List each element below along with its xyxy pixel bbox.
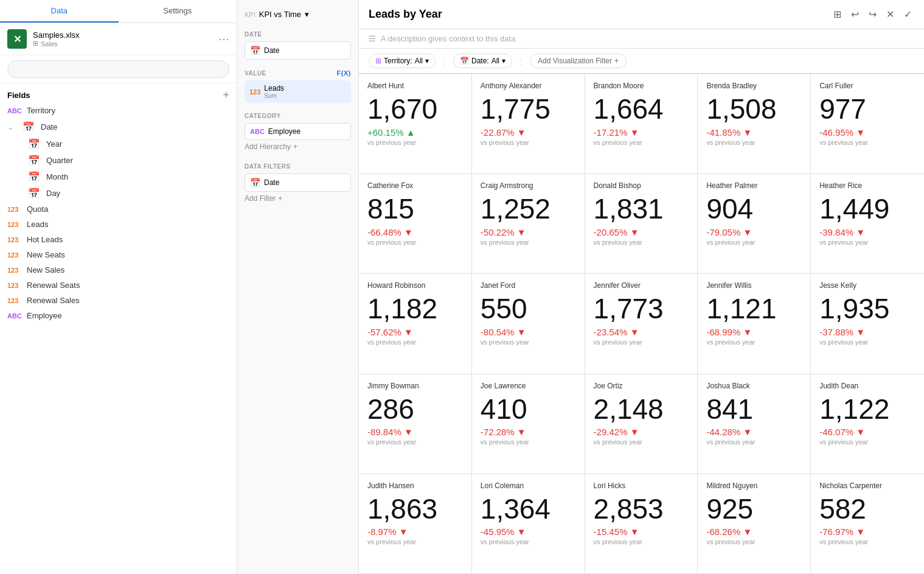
kpi-cell[interactable]: Janet Ford 550 -80.54% ▼ vs previous yea…: [472, 274, 585, 374]
field-item-leads[interactable]: 123 Leads: [7, 217, 229, 232]
search-box: [0, 55, 237, 83]
kpi-cell-value: 1,121: [706, 293, 802, 324]
fx-button[interactable]: F(x): [337, 69, 351, 77]
value-field-chip[interactable]: 123 Leads Sum: [245, 80, 351, 103]
kpi-cell-value: 410: [481, 394, 576, 425]
file-header: ✕ Samples.xlsx ⊞ Sales ⋯: [0, 23, 237, 55]
kpi-cell[interactable]: Craig Armstrong 1,252 -50.22% ▼ vs previ…: [472, 174, 585, 274]
kpi-cell-name: Jennifer Oliver: [594, 281, 689, 290]
kpi-cell[interactable]: Lori Coleman 1,364 -45.95% ▼ vs previous…: [472, 474, 585, 574]
field-item-employee[interactable]: ABC Employee: [7, 308, 229, 323]
kpi-cell-value: 925: [706, 494, 802, 525]
tab-data[interactable]: Data: [0, 0, 119, 23]
kpi-cell[interactable]: Nicholas Carpenter 582 -76.97% ▼ vs prev…: [811, 474, 924, 574]
kpi-cell-vs: vs previous year: [367, 338, 463, 346]
date-section: DATE 📅 Date: [245, 29, 351, 60]
filter-calendar-icon: 📅: [250, 178, 260, 187]
kpi-cell[interactable]: Brenda Bradley 1,508 -41.85% ▼ vs previo…: [698, 74, 811, 174]
territory-filter-pill[interactable]: ⊞ Territory: All ▾: [369, 54, 436, 68]
add-filter-button[interactable]: Add Filter +: [245, 192, 351, 205]
kpi-cell-vs: vs previous year: [706, 338, 802, 346]
add-field-button[interactable]: +: [223, 89, 229, 100]
kpi-cell-change: -79.05% ▼: [706, 227, 802, 237]
kpi-cell-change: +60.15% ▲: [367, 127, 463, 138]
grid-icon[interactable]: ⊞: [831, 6, 844, 23]
kpi-cell[interactable]: Mildred Nguyen 925 -68.26% ▼ vs previous…: [698, 474, 811, 574]
kpi-cell[interactable]: Anthony Alexander 1,775 -22.87% ▼ vs pre…: [472, 74, 585, 174]
kpi-cell[interactable]: Jennifer Oliver 1,773 -23.54% ▼ vs previ…: [585, 274, 698, 374]
field-item-date[interactable]: ⌄ 📅 Date: [7, 118, 229, 136]
field-item-territory[interactable]: ABC Territory: [7, 103, 229, 118]
kpi-cell-vs: vs previous year: [481, 338, 576, 346]
file-menu-button[interactable]: ⋯: [218, 32, 229, 46]
kpi-cell-vs: vs previous year: [706, 139, 802, 146]
kpi-cell-change: -72.28% ▼: [481, 427, 576, 437]
kpi-cell-vs: vs previous year: [819, 438, 915, 446]
undo-icon[interactable]: ↩: [849, 6, 861, 23]
search-input[interactable]: [7, 60, 229, 78]
check-icon[interactable]: ✓: [901, 6, 914, 23]
kpi-cell-name: Howard Robinson: [367, 281, 463, 290]
field-item-renewal-sales[interactable]: 123 Renewal Sales: [7, 293, 229, 308]
kpi-cell[interactable]: Joshua Black 841 -44.28% ▼ vs previous y…: [698, 374, 811, 474]
settings-panel: KPI KPI vs Time ▾ DATE 📅 Date VALUE F(x)…: [237, 0, 359, 574]
territory-filter-icon: ⊞: [375, 57, 381, 65]
kpi-cell[interactable]: Judith Hansen 1,863 -8.97% ▼ vs previous…: [359, 474, 472, 574]
kpi-cell-change: -8.97% ▼: [367, 527, 463, 537]
kpi-cell[interactable]: Jimmy Bowman 286 -89.84% ▼ vs previous y…: [359, 374, 472, 474]
kpi-cell-value: 1,935: [819, 293, 915, 324]
kpi-cell[interactable]: Carl Fuller 977 -46.95% ▼ vs previous ye…: [811, 74, 924, 174]
kpi-cell[interactable]: Brandon Moore 1,664 -17.21% ▼ vs previou…: [585, 74, 698, 174]
add-hierarchy-button[interactable]: Add Hierarchy +: [245, 140, 351, 153]
kpi-cell[interactable]: Jennifer Willis 1,121 -68.99% ▼ vs previ…: [698, 274, 811, 374]
kpi-cell[interactable]: Heather Rice 1,449 -39.84% ▼ vs previous…: [811, 174, 924, 274]
field-item-quota[interactable]: 123 Quota: [7, 201, 229, 217]
kpi-cell[interactable]: Lori Hicks 2,853 -15.45% ▼ vs previous y…: [585, 474, 698, 574]
kpi-cell-change: -46.07% ▼: [819, 427, 915, 437]
kpi-cell-vs: vs previous year: [481, 239, 576, 246]
kpi-cell-name: Lori Coleman: [481, 481, 576, 490]
kpi-cell-vs: vs previous year: [594, 239, 689, 246]
kpi-cell[interactable]: Howard Robinson 1,182 -57.62% ▼ vs previ…: [359, 274, 472, 374]
date-field-chip[interactable]: 📅 Date: [245, 41, 351, 60]
kpi-cell[interactable]: Donald Bishop 1,831 -20.65% ▼ vs previou…: [585, 174, 698, 274]
field-item-day[interactable]: 📅 Day: [7, 185, 229, 201]
field-item-new-seats[interactable]: 123 New Seats: [7, 247, 229, 262]
date-filter-pill[interactable]: 📅 Date: All ▾: [453, 54, 512, 68]
kpi-cell-vs: vs previous year: [819, 338, 915, 346]
field-item-new-sales[interactable]: 123 New Sales: [7, 262, 229, 278]
kpi-cell-vs: vs previous year: [706, 438, 802, 446]
kpi-cell[interactable]: Joe Ortiz 2,148 -29.42% ▼ vs previous ye…: [585, 374, 698, 474]
redo-icon[interactable]: ↪: [866, 6, 879, 23]
kpi-cell[interactable]: Jesse Kelly 1,935 -37.88% ▼ vs previous …: [811, 274, 924, 374]
description-bar: ☰ A description gives context to this da…: [359, 29, 924, 49]
kpi-cell-vs: vs previous year: [367, 239, 463, 246]
kpi-cell[interactable]: Catherine Fox 815 -66.48% ▼ vs previous …: [359, 174, 472, 274]
field-item-month[interactable]: 📅 Month: [7, 169, 229, 185]
tab-settings[interactable]: Settings: [119, 0, 237, 23]
kpi-selector[interactable]: KPI KPI vs Time ▾: [245, 7, 351, 21]
close-icon[interactable]: ✕: [884, 6, 897, 23]
kpi-cell[interactable]: Albert Hunt 1,670 +60.15% ▲ vs previous …: [359, 74, 472, 174]
kpi-cell-vs: vs previous year: [819, 538, 915, 545]
file-icon: ✕: [7, 29, 27, 49]
kpi-cell-name: Anthony Alexander: [481, 82, 576, 90]
kpi-cell-name: Lori Hicks: [594, 481, 689, 490]
field-item-hot-leads[interactable]: 123 Hot Leads: [7, 232, 229, 247]
field-item-year[interactable]: 📅 Year: [7, 136, 229, 152]
kpi-cell-name: Jesse Kelly: [819, 281, 915, 290]
kpi-cell-value: 1,775: [481, 94, 576, 125]
kpi-cell[interactable]: Joe Lawrence 410 -72.28% ▼ vs previous y…: [472, 374, 585, 474]
kpi-cell[interactable]: Judith Dean 1,122 -46.07% ▼ vs previous …: [811, 374, 924, 474]
category-field-chip[interactable]: ABC Employee: [245, 123, 351, 140]
kpi-cell-change: -15.45% ▼: [594, 527, 689, 537]
kpi-cell-vs: vs previous year: [819, 239, 915, 246]
field-item-quarter[interactable]: 📅 Quarter: [7, 152, 229, 169]
kpi-cell-vs: vs previous year: [594, 538, 689, 545]
field-item-renewal-seats[interactable]: 123 Renewal Seats: [7, 278, 229, 293]
filter-date-chip[interactable]: 📅 Date: [245, 173, 351, 192]
kpi-cell-value: 977: [819, 94, 915, 125]
add-viz-filter-button[interactable]: Add Visualization Filter +: [530, 54, 627, 68]
description-text[interactable]: A description gives context to this data: [381, 34, 515, 43]
kpi-cell[interactable]: Heather Palmer 904 -79.05% ▼ vs previous…: [698, 174, 811, 274]
